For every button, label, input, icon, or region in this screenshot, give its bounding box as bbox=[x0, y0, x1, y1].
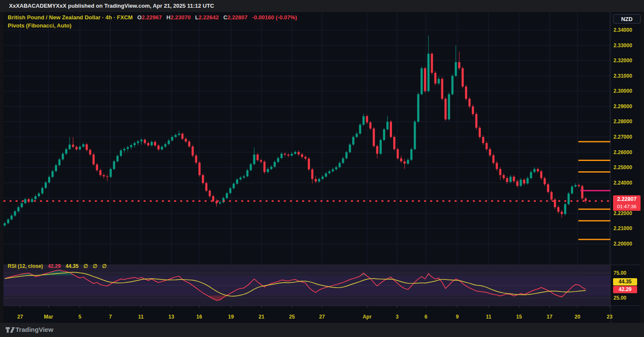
price-tick-label: 2.25000 bbox=[614, 164, 640, 170]
rsi-name: RSI bbox=[8, 263, 16, 269]
last-price-badge: 2.22807 01:47:36 bbox=[613, 195, 641, 211]
time-tick-label: 25 bbox=[289, 314, 295, 320]
last-price-value: 2.22807 bbox=[613, 195, 641, 203]
time-tick-label: 27 bbox=[17, 314, 23, 320]
time-tick-label: 11 bbox=[486, 314, 492, 320]
time-tick-label: 7 bbox=[109, 314, 112, 320]
attribution-text: XxXABACADEMYXxX published on TradingView… bbox=[9, 3, 214, 9]
legend-separator: · bbox=[113, 14, 115, 21]
time-tick-label: Apr bbox=[363, 314, 372, 320]
exchange-label: FXCM bbox=[117, 14, 133, 21]
time-tick-label: Mar bbox=[44, 314, 53, 320]
rsi-tick-label: 75.00 bbox=[614, 270, 640, 276]
attribution-bar: XxXABACADEMYXxX published on TradingView… bbox=[0, 0, 644, 12]
rsi-tick-label: 25.00 bbox=[614, 295, 640, 301]
time-tick-label: 11 bbox=[138, 314, 144, 320]
price-tick-label: 2.34000 bbox=[614, 27, 640, 33]
price-tick-label: 2.31000 bbox=[614, 73, 640, 79]
rsi-params: (12, close) bbox=[18, 263, 43, 269]
chart-canvas[interactable] bbox=[3, 12, 641, 323]
chart-area[interactable]: British Pound / New Zealand Dollar · 4h … bbox=[3, 12, 641, 323]
close-letter: C bbox=[220, 14, 227, 21]
low-value: 2.22642 bbox=[199, 14, 219, 21]
time-tick-label: 20 bbox=[574, 314, 580, 320]
rsi-current-value: 42.29 bbox=[44, 263, 61, 269]
price-tick-label: 2.21000 bbox=[614, 225, 640, 231]
price-tick-label: 2.28000 bbox=[614, 118, 640, 124]
pivots-indicator-legend[interactable]: Pivots (Fibonacci, Auto) bbox=[8, 22, 71, 29]
rsi-indicator-legend[interactable]: RSI (12, close) 42.29 44.35 ∅ ∅ ∅ bbox=[8, 263, 108, 269]
time-tick-label: 13 bbox=[168, 314, 174, 320]
time-tick-label: 15 bbox=[516, 314, 522, 320]
tradingview-logo-icon[interactable] bbox=[6, 327, 15, 335]
price-tick-label: 2.27000 bbox=[614, 134, 640, 140]
time-tick-label: 16 bbox=[196, 314, 202, 320]
time-tick-label: 19 bbox=[228, 314, 234, 320]
time-tick-label: 27 bbox=[319, 314, 325, 320]
rsi-void-placeholders: ∅ ∅ ∅ bbox=[80, 263, 108, 269]
price-tick-label: 2.26000 bbox=[614, 149, 640, 155]
time-tick-label: 23 bbox=[607, 314, 612, 320]
close-value: 2.22807 bbox=[228, 14, 248, 21]
interval-label: 4h bbox=[106, 14, 112, 21]
price-tick-label: 2.33000 bbox=[614, 43, 640, 49]
price-tick-label: 2.32000 bbox=[614, 58, 640, 64]
time-tick-label: 6 bbox=[425, 314, 428, 320]
change-value: -0.00160 (-0.07%) bbox=[249, 14, 297, 21]
rsi-value-badge: 42.29 bbox=[613, 286, 637, 293]
screenshot-root: XxXABACADEMYXxX published on TradingView… bbox=[0, 0, 644, 337]
price-tick-label: 2.30000 bbox=[614, 88, 640, 94]
price-tick-label: 2.24000 bbox=[614, 180, 640, 186]
bar-countdown: 01:47:36 bbox=[613, 203, 641, 210]
time-tick-label: 5 bbox=[79, 314, 82, 320]
open-value: 2.22967 bbox=[142, 14, 162, 21]
time-tick-label: 21 bbox=[258, 314, 264, 320]
price-tick-label: 2.29000 bbox=[614, 103, 640, 109]
pivots-label: Pivots (Fibonacci, Auto) bbox=[8, 22, 71, 29]
price-tick-label: 2.22000 bbox=[614, 210, 640, 216]
legend-separator: · bbox=[102, 14, 104, 21]
footer-bar: TradingView bbox=[0, 323, 644, 337]
open-letter: O bbox=[134, 14, 142, 21]
price-tick-label: 2.20000 bbox=[614, 241, 640, 247]
time-tick-label: 17 bbox=[547, 314, 552, 320]
time-tick-label: 9 bbox=[456, 314, 459, 320]
rsi-ma-badge: 44.35 bbox=[613, 278, 637, 285]
low-letter: L bbox=[192, 14, 199, 21]
high-value: 2.23070 bbox=[170, 14, 191, 21]
currency-badge[interactable]: NZD bbox=[613, 14, 641, 24]
rsi-ma-value: 44.35 bbox=[62, 263, 79, 269]
currency-label: NZD bbox=[621, 16, 633, 22]
symbol-title: British Pound / New Zealand Dollar bbox=[8, 14, 100, 21]
time-tick-label: 3 bbox=[396, 314, 399, 320]
tradingview-wordmark[interactable]: TradingView bbox=[15, 326, 53, 333]
high-letter: H bbox=[164, 14, 170, 21]
symbol-legend[interactable]: British Pound / New Zealand Dollar · 4h … bbox=[8, 14, 297, 21]
